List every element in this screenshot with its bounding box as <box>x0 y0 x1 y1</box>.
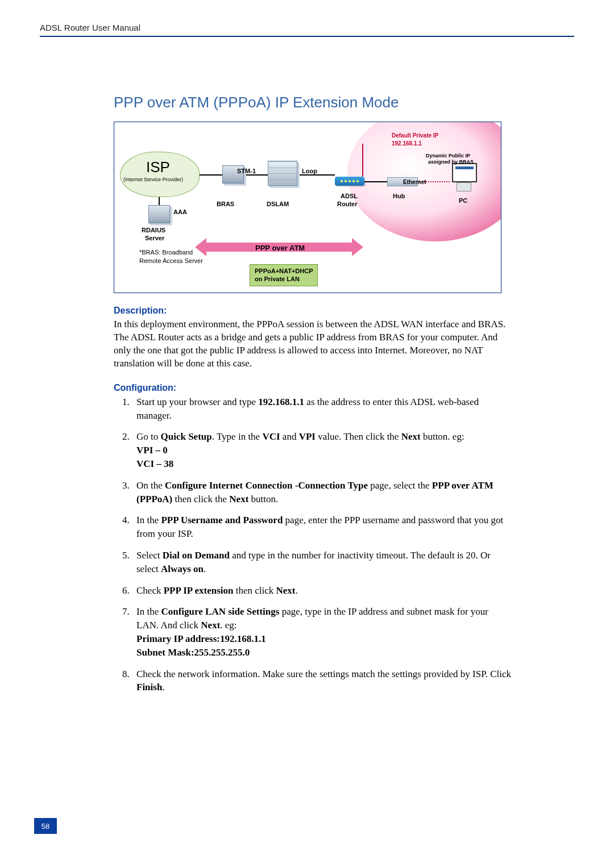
ppp-over-atm-label: PPP over ATM <box>255 244 305 252</box>
page-title: PPP over ATM (PPPoA) IP Extension Mode <box>114 94 574 111</box>
bras-note-1: *BRAS: Broadband <box>139 249 193 256</box>
step-8: Check the network information. Make sure… <box>132 667 512 695</box>
default-ip-2: 192.168.1.1 <box>392 140 422 147</box>
line-dslam-adsl <box>297 174 335 176</box>
dynamic-ip-2: assigned by BRAS <box>428 159 474 165</box>
ethernet-label: Ethernet <box>403 179 426 185</box>
line-isp-aaa <box>159 197 160 205</box>
step-7: In the Configure LAN side Settings page,… <box>132 605 512 659</box>
network-diagram: ISP (Internet Service Provider) <box>114 122 501 293</box>
dslam-icon <box>268 161 297 186</box>
isp-label: ISP <box>146 158 170 176</box>
stm1-label: STM-1 <box>237 168 256 174</box>
bras-label: BRAS <box>217 201 234 207</box>
default-ip-1: Default Private IP <box>392 132 438 139</box>
loop-label: Loop <box>302 168 317 174</box>
line-isp-bras <box>200 174 222 176</box>
badge-line2: on Private LAN <box>255 276 300 282</box>
default-ip-pointer <box>362 144 363 177</box>
configuration-heading: Configuration: <box>114 383 512 393</box>
configuration-steps: Start up your browser and type 192.168.1… <box>114 395 512 694</box>
step-2: Go to Quick Setup. Type in the VCI and V… <box>132 430 512 470</box>
page-header: ADSL Router User Manual <box>40 23 574 37</box>
dslam-label: DSLAM <box>267 201 289 207</box>
aaa-label: AAA <box>173 208 187 215</box>
description-heading: Description: <box>114 306 512 316</box>
aaa-server-icon <box>148 205 170 223</box>
dynamic-ip-1: Dynamic Public IP <box>426 153 470 158</box>
step-6: Check PPP IP extension then click Next. <box>132 584 512 598</box>
line-adsl-hub <box>364 181 387 182</box>
description-text: In this deployment environment, the PPPo… <box>114 318 512 370</box>
bras-note-2: Remote Access Server <box>139 257 203 264</box>
step-1: Start up your browser and type 192.168.1… <box>132 395 512 423</box>
pc-label: PC <box>459 197 467 204</box>
isp-sublabel: (Internet Service Provider) <box>123 177 183 182</box>
step-3: On the Configure Internet Connection -Co… <box>132 479 512 506</box>
hub-label: Hub <box>393 193 405 199</box>
rdaius-label-2: Server <box>145 235 164 241</box>
rdaius-label-1: RDAIUS <box>142 227 165 233</box>
step-4: In the PPP Username and Password page, e… <box>132 514 512 541</box>
adsl-router-icon <box>335 177 364 186</box>
line-bras-dslam <box>243 174 268 176</box>
badge-line1: PPPoA+NAT+DHCP <box>255 268 313 274</box>
step-5: Select Dial on Demand and type in the nu… <box>132 549 512 576</box>
page-number: 58 <box>34 818 57 834</box>
adsl-label-2: Router <box>337 201 357 207</box>
adsl-label-1: ADSL <box>341 193 358 199</box>
pppoa-badge: PPPoA+NAT+DHCP on Private LAN <box>250 264 318 286</box>
pc-icon <box>450 163 478 191</box>
